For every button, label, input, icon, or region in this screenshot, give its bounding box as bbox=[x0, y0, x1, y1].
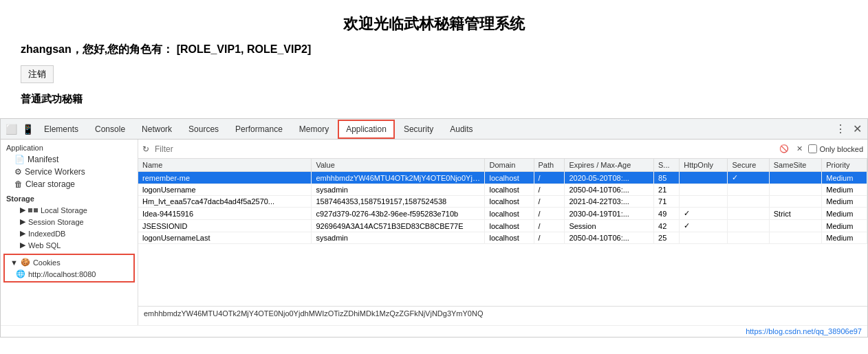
sidebar-item-clear-storage[interactable]: 🗑 Clear storage bbox=[1, 178, 138, 190]
tab-memory[interactable]: Memory bbox=[292, 120, 336, 139]
value-bar: emhhbmdzYW46MTU4OTk2MjY4OTE0Njo0YjdhMWIz… bbox=[138, 306, 867, 325]
sidebar-application-header: Application bbox=[1, 142, 138, 153]
table-row[interactable]: Idea-94415916c927d379-0276-43b2-96ee-f59… bbox=[138, 208, 867, 220]
sidebar-websql-label: Web SQL bbox=[28, 241, 61, 250]
sidebar-item-local-storage[interactable]: ▶ Local Storage bbox=[1, 204, 138, 216]
top-content: 欢迎光临武林秘籍管理系统 zhangsan，您好,您的角色有： [ROLE_VI… bbox=[0, 0, 868, 118]
sidebar-manifest-label: Manifest bbox=[28, 155, 58, 164]
cookie-table-container: Name Value Domain Path Expires / Max-Age… bbox=[138, 159, 867, 306]
devtools-tab-bar: ⬜ 📱 Elements Console Network Sources Per… bbox=[1, 119, 867, 140]
manifest-icon: 📄 bbox=[14, 155, 25, 164]
logout-button[interactable]: 注销 bbox=[21, 65, 54, 83]
col-path[interactable]: Path bbox=[534, 159, 565, 172]
device-icon[interactable]: 📱 bbox=[20, 122, 35, 137]
table-row[interactable]: Hm_lvt_eaa57ca47dacb4ad4f5a2570...158746… bbox=[138, 196, 867, 208]
col-s[interactable]: S... bbox=[654, 159, 680, 172]
table-row[interactable]: JSESSIONID9269649A3A14AC571B3ED83CB8CBE7… bbox=[138, 220, 867, 232]
sidebar-item-manifest[interactable]: 📄 Manifest bbox=[1, 153, 138, 166]
devtools-sidebar: Application 📄 Manifest ⚙ Service Workers… bbox=[1, 140, 138, 325]
refresh-icon[interactable]: ↻ bbox=[142, 144, 149, 154]
filter-input[interactable] bbox=[152, 144, 775, 155]
sidebar-clear-storage-label: Clear storage bbox=[25, 179, 75, 189]
cookie-table: Name Value Domain Path Expires / Max-Age… bbox=[138, 159, 867, 244]
sidebar-storage-header: Storage bbox=[1, 193, 138, 204]
sidebar-item-websql[interactable]: ▶ Web SQL bbox=[1, 239, 138, 251]
only-blocked-label[interactable]: Only blocked bbox=[808, 144, 863, 153]
cookies-icon: 🍪 bbox=[21, 258, 30, 267]
service-workers-icon: ⚙ bbox=[14, 167, 22, 177]
devtools-body: Application 📄 Manifest ⚙ Service Workers… bbox=[1, 140, 867, 325]
filter-block-icon[interactable]: 🚫 bbox=[778, 143, 790, 155]
page-wrapper: 欢迎光临武林秘籍管理系统 zhangsan，您好,您的角色有： [ROLE_VI… bbox=[0, 0, 868, 354]
col-expires[interactable]: Expires / Max-Age bbox=[565, 159, 654, 172]
filter-bar: ↻ 🚫 ✕ Only blocked bbox=[138, 140, 867, 159]
tab-audits[interactable]: Audits bbox=[442, 120, 480, 139]
sidebar-local-storage-label: Local Storage bbox=[41, 206, 87, 214]
col-httponly[interactable]: HttpOnly bbox=[680, 159, 728, 172]
tab-network[interactable]: Network bbox=[134, 120, 180, 139]
indexeddb-icon: ▶ bbox=[20, 229, 25, 238]
sidebar-session-storage-label: Session Storage bbox=[28, 218, 84, 226]
filter-clear-icon[interactable]: ✕ bbox=[793, 143, 805, 155]
tab-performance[interactable]: Performance bbox=[228, 120, 290, 139]
tab-console[interactable]: Console bbox=[87, 120, 133, 139]
sidebar-item-localhost[interactable]: 🌐 http://localhost:8080 bbox=[5, 268, 133, 280]
inspect-icon[interactable]: ⬜ bbox=[3, 122, 19, 137]
websql-icon: ▶ bbox=[20, 241, 25, 250]
col-secure[interactable]: Secure bbox=[728, 159, 769, 172]
sidebar-cookies-label: Cookies bbox=[33, 258, 61, 267]
tab-more-icon[interactable]: ⋮ bbox=[833, 122, 848, 137]
sidebar-item-indexeddb[interactable]: ▶ IndexedDB bbox=[1, 228, 138, 239]
sidebar-localhost-label: http://localhost:8080 bbox=[28, 270, 96, 278]
sidebar-service-workers-label: Service Workers bbox=[25, 167, 85, 177]
col-name[interactable]: Name bbox=[138, 159, 312, 172]
table-row[interactable]: remember-meemhhbmdzYW46MTU4OTk2MjY4OTE0N… bbox=[138, 172, 867, 184]
devtools-main: ↻ 🚫 ✕ Only blocked Name bbox=[138, 140, 867, 325]
sidebar-item-session-storage[interactable]: ▶ Session Storage bbox=[1, 216, 138, 228]
tab-security[interactable]: Security bbox=[396, 120, 441, 139]
cookies-expand-icon: ▼ bbox=[10, 258, 18, 267]
sidebar-indexeddb-label: IndexedDB bbox=[28, 230, 65, 238]
col-domain[interactable]: Domain bbox=[485, 159, 534, 172]
session-storage-icon: ▶ bbox=[20, 217, 25, 226]
col-value[interactable]: Value bbox=[312, 159, 485, 172]
tab-close-icon[interactable]: ✕ bbox=[849, 122, 865, 137]
table-row[interactable]: logonUsernamesysadminlocalhost/2050-04-1… bbox=[138, 184, 867, 196]
only-blocked-checkbox[interactable] bbox=[808, 144, 817, 153]
table-row[interactable]: logonUsernameLastsysadminlocalhost/2050-… bbox=[138, 232, 867, 244]
devtools-panel: ⬜ 📱 Elements Console Network Sources Per… bbox=[0, 118, 868, 338]
sidebar-item-cookies[interactable]: ▼ 🍪 Cookies bbox=[5, 256, 133, 268]
local-storage-icon: ▶ bbox=[20, 206, 25, 214]
col-priority[interactable]: Priority bbox=[822, 159, 867, 172]
tab-elements[interactable]: Elements bbox=[36, 120, 86, 139]
localhost-icon: 🌐 bbox=[16, 269, 25, 278]
col-samesite[interactable]: SameSite bbox=[769, 159, 821, 172]
main-title: 欢迎光临武林秘籍管理系统 bbox=[21, 14, 847, 34]
sidebar-item-service-workers[interactable]: ⚙ Service Workers bbox=[1, 166, 138, 178]
tab-sources[interactable]: Sources bbox=[181, 120, 226, 139]
watermark: https://blog.csdn.net/qq_38906e97 bbox=[1, 325, 867, 337]
clear-storage-icon: 🗑 bbox=[14, 179, 23, 189]
user-info: zhangsan，您好,您的角色有： [ROLE_VIP1, ROLE_VIP2… bbox=[21, 43, 847, 57]
tab-application[interactable]: Application bbox=[338, 120, 395, 139]
only-blocked-text: Only blocked bbox=[819, 145, 863, 153]
section-title: 普通武功秘籍 bbox=[21, 93, 847, 106]
